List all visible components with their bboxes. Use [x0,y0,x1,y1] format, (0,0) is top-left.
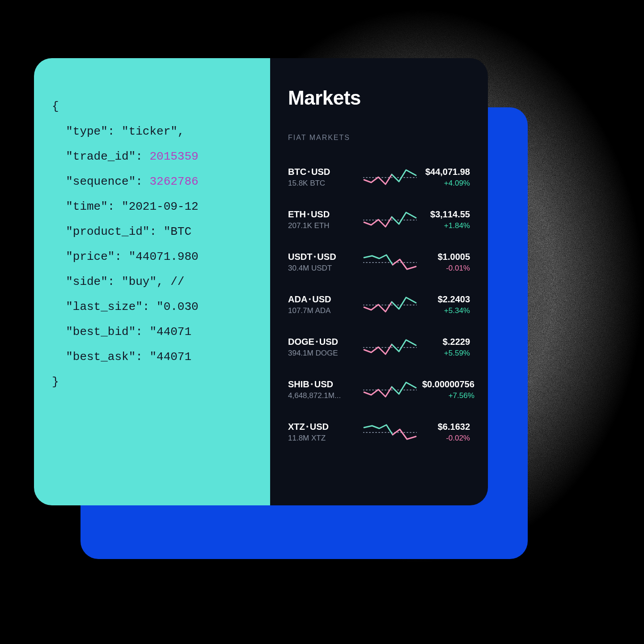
market-sparkline [363,294,417,316]
sparkline-icon [363,251,417,274]
market-volume: 394.1M DOGE [288,349,358,358]
market-pair: ADA•USD [288,294,358,305]
pair-dot-icon: • [308,168,310,175]
market-volume: 207.1K ETH [288,221,358,230]
market-volume: 15.8K BTC [288,179,358,188]
market-change: -0.01% [422,264,470,273]
code-line: "product_id": "BTC [52,225,191,238]
sparkline-icon [363,294,417,316]
market-right: $44,071.98 +4.09% [422,167,470,188]
market-change: +4.09% [422,179,470,188]
market-volume: 107.7M ADA [288,306,358,315]
market-row[interactable]: ETH•USD 207.1K ETH $3,114.55 +1.84% [288,199,470,241]
sparkline-icon [363,166,417,189]
market-price: $0.00000756 [422,379,475,390]
code-line: "type": "ticker", [52,125,184,138]
pair-dot-icon: • [316,338,318,345]
markets-panel: Markets FIAT MARKETS BTC•USD 15.8K BTC $… [270,58,488,505]
market-volume: 30.4M USDT [288,264,358,273]
quote-symbol: USD [314,379,333,389]
code-line: "price": "44071.980 [52,250,199,263]
market-change: -0.02% [422,434,470,443]
market-row[interactable]: ADA•USD 107.7M ADA $2.2403 +5.34% [288,284,470,326]
pair-dot-icon: • [307,211,309,218]
market-right: $6.1632 -0.02% [422,422,470,443]
market-left: ADA•USD 107.7M ADA [288,294,358,315]
market-right: $1.0005 -0.01% [422,252,470,273]
code-number: 3262786 [149,175,198,188]
sparkline-icon [363,421,417,444]
market-volume: 11.8M XTZ [288,434,358,443]
market-price: $6.1632 [422,422,470,432]
market-left: ETH•USD 207.1K ETH [288,209,358,230]
code-line: "trade_id": [52,150,149,163]
base-symbol: XTZ [288,422,305,432]
market-sparkline [363,336,417,359]
market-sparkline [363,251,417,274]
market-sparkline [363,421,417,444]
pair-dot-icon: • [309,296,311,303]
market-row[interactable]: DOGE•USD 394.1M DOGE $.2229 +5.59% [288,326,470,369]
main-card: { "type": "ticker", "trade_id": 2015359 … [34,58,488,505]
market-left: SHIB•USD 4,648,872.1M... [288,379,358,400]
code-brace-close: } [52,375,59,389]
market-price: $2.2403 [422,294,470,305]
market-right: $3,114.55 +1.84% [422,209,470,230]
market-row[interactable]: USDT•USD 30.4M USDT $1.0005 -0.01% [288,241,470,284]
code-line: "best_ask": "44071 [52,350,191,364]
market-left: DOGE•USD 394.1M DOGE [288,337,358,358]
quote-symbol: USD [311,209,330,219]
market-row[interactable]: SHIB•USD 4,648,872.1M... $0.00000756 +7.… [288,369,470,411]
market-left: XTZ•USD 11.8M XTZ [288,422,358,443]
pair-dot-icon: • [311,381,313,388]
market-sparkline [363,379,417,401]
market-sparkline [363,209,417,231]
base-symbol: DOGE [288,337,314,347]
code-line: "last_size": "0.030 [52,300,199,314]
market-pair: BTC•USD [288,167,358,177]
market-pair: DOGE•USD [288,337,358,347]
market-change: +5.59% [422,349,470,358]
base-symbol: SHIB [288,379,309,389]
pair-dot-icon: • [314,253,316,260]
market-row[interactable]: BTC•USD 15.8K BTC $44,071.98 +4.09% [288,156,470,199]
market-row[interactable]: XTZ•USD 11.8M XTZ $6.1632 -0.02% [288,411,470,453]
code-line: "best_bid": "44071 [52,325,191,339]
base-symbol: ETH [288,209,306,219]
market-right: $2.2403 +5.34% [422,294,470,315]
market-price: $1.0005 [422,252,470,262]
base-symbol: USDT [288,252,312,262]
market-sparkline [363,166,417,189]
sparkline-icon [363,379,417,401]
market-change: +5.34% [422,306,470,315]
quote-symbol: USD [311,167,330,177]
base-symbol: BTC [288,167,306,177]
market-volume: 4,648,872.1M... [288,391,358,400]
market-price: $44,071.98 [422,167,470,177]
code-line: "time": "2021-09-12 [52,200,199,213]
sparkline-icon [363,209,417,231]
quote-symbol: USD [312,294,331,304]
market-left: USDT•USD 30.4M USDT [288,252,358,273]
section-label-fiat: FIAT MARKETS [288,134,470,142]
markets-list: BTC•USD 15.8K BTC $44,071.98 +4.09% ETH•… [288,156,470,453]
quote-symbol: USD [317,252,336,262]
market-price: $3,114.55 [422,209,470,220]
market-change: +7.56% [422,391,475,400]
code-line: "side": "buy", // [52,275,191,288]
pair-dot-icon: • [306,423,309,430]
market-left: BTC•USD 15.8K BTC [288,167,358,188]
code-line: "sequence": [52,175,149,188]
market-pair: XTZ•USD [288,422,358,432]
sparkline-icon [363,336,417,359]
code-number: 2015359 [149,150,198,163]
market-change: +1.84% [422,221,470,230]
base-symbol: ADA [288,294,307,304]
quote-symbol: USD [319,337,338,347]
market-pair: SHIB•USD [288,379,358,390]
market-price: $.2229 [422,337,470,347]
code-brace-open: { [52,100,59,113]
market-pair: USDT•USD [288,252,358,262]
markets-title: Markets [288,87,470,109]
market-pair: ETH•USD [288,209,358,220]
